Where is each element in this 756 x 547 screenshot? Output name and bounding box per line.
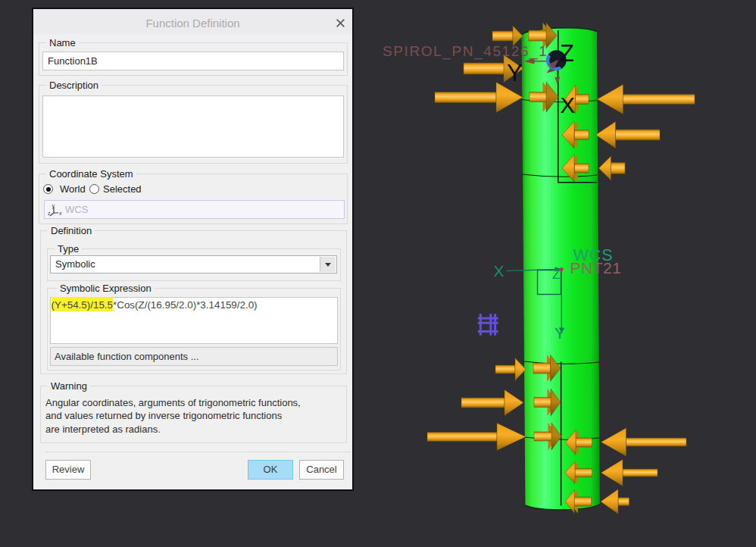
svg-text:Y: Y [555, 324, 565, 342]
svg-text:Z: Z [560, 40, 574, 67]
svg-text:PNT21: PNT21 [570, 259, 622, 277]
svg-text:Z: Z [552, 267, 560, 282]
svg-text:X: X [494, 262, 505, 280]
svg-text:z: z [48, 211, 51, 216]
svg-text:SPIROL_PN_45126_1: SPIROL_PN_45126_1 [383, 43, 548, 60]
svg-text:x: x [59, 211, 62, 216]
svg-text:X: X [561, 93, 575, 117]
svg-text:Y: Y [507, 60, 523, 86]
svg-text:y: y [52, 203, 55, 209]
